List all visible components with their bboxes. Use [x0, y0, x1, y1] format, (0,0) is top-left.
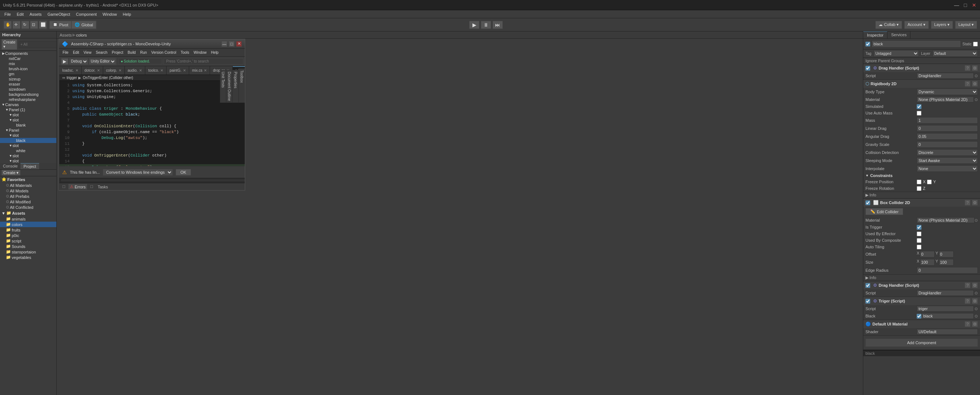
freeze-pos-x-checkbox[interactable] — [917, 179, 921, 184]
md-menu-view[interactable]: View — [81, 50, 94, 55]
boxcollider2d-enabled-checkbox[interactable] — [865, 200, 870, 205]
layers-dropdown[interactable]: Layers ▾ — [931, 21, 953, 29]
minimize-button[interactable]: — — [954, 2, 959, 8]
rb2d-help-icon[interactable]: ? — [965, 81, 970, 87]
freeze-rot-z-checkbox[interactable] — [917, 186, 921, 191]
body-type-select[interactable]: Dynamic — [917, 89, 978, 95]
help-icon[interactable]: ? — [965, 65, 970, 71]
tree-item[interactable]: brush-icon — [0, 66, 56, 71]
favorites-all-prefabs[interactable]: ⊙ All Prefabs — [0, 194, 56, 199]
size-x-input[interactable] — [920, 259, 935, 265]
md-tab-audio[interactable]: audio.✕ — [125, 66, 145, 75]
constraints-header[interactable]: ▼ Constraints — [863, 173, 980, 178]
md-platform-select[interactable]: Unity Editor — [89, 58, 116, 65]
breadcrumb-file[interactable]: ⇔ — [62, 76, 65, 80]
favorites-all-materials[interactable]: ⊙ All Materials — [0, 182, 56, 188]
close-icon[interactable]: ✕ — [204, 68, 207, 72]
tree-item[interactable]: white — [0, 148, 56, 153]
move-tool-button[interactable]: ✛ — [13, 21, 21, 29]
dh2-help-icon[interactable]: ? — [965, 282, 970, 288]
menu-window[interactable]: Window — [100, 11, 120, 17]
tag-select[interactable]: Untagged — [873, 50, 919, 57]
tree-item[interactable]: sizeup — [0, 76, 56, 82]
size-y-input[interactable] — [939, 259, 954, 265]
tree-item[interactable]: ▶Components — [0, 51, 56, 56]
md-tab-paintg[interactable]: paintG.✕ — [167, 66, 189, 75]
dh2-script-target-icon[interactable]: ⊙ — [975, 291, 978, 295]
scale-tool-button[interactable]: ⊡ — [30, 21, 38, 29]
rigidbody2d-header[interactable]: ⬡ Rigidbody 2D ? ⚙ — [863, 80, 980, 88]
md-menu-window[interactable]: Window — [191, 50, 209, 55]
static-checkbox[interactable] — [973, 42, 978, 46]
rb2d-settings-icon[interactable]: ⚙ — [972, 81, 978, 87]
md-menu-edit[interactable]: Edit — [71, 50, 81, 55]
favorites-header[interactable]: ⭐ Favorites — [0, 176, 56, 182]
md-menu-build[interactable]: Build — [126, 50, 138, 55]
offset-x-input[interactable] — [920, 251, 935, 257]
collab-button[interactable]: ☁ Collab ▾ — [875, 21, 902, 29]
triger-help-icon[interactable]: ? — [965, 298, 970, 304]
tree-item[interactable]: ▼slot — [0, 153, 56, 159]
tree-item[interactable]: ▼slot — [0, 159, 56, 163]
close-icon[interactable]: ✕ — [97, 68, 100, 72]
add-component-button[interactable]: Add Component — [865, 339, 978, 347]
auto-tiling-checkbox[interactable] — [917, 245, 921, 249]
global-button[interactable]: 🌐 Global — [72, 21, 96, 29]
asset-fruits[interactable]: 📁 fruits — [0, 227, 56, 233]
errors-tab[interactable]: ⚠ Errors — [68, 184, 87, 189]
simulated-checkbox[interactable] — [917, 104, 921, 109]
project-tab[interactable]: Project — [21, 163, 39, 169]
md-menu-tools[interactable]: Tools — [178, 50, 191, 55]
default-ui-material-header[interactable]: 🔵 Default UI Material ? ⚙ — [863, 320, 980, 328]
gameobject-name-input[interactable] — [872, 40, 961, 48]
boxcollider2d-header[interactable]: ⬜ Box Collider 2D ? ⚙ — [863, 198, 980, 207]
bc2d-material-icon[interactable]: ⊙ — [975, 218, 978, 223]
menu-gameobject[interactable]: GameObject — [45, 11, 73, 17]
layout-dropdown[interactable]: Layout ▾ — [955, 21, 977, 29]
asset-p0ic[interactable]: 📁 p0ic — [0, 233, 56, 238]
pause-button[interactable]: ⏸ — [481, 21, 491, 29]
triger-settings-icon[interactable]: ⚙ — [972, 298, 978, 304]
md-tab-colorp[interactable]: colorp.✕ — [103, 66, 125, 75]
assets-header[interactable]: ▼ 📁 Assets — [0, 210, 56, 216]
menu-assets[interactable]: Assets — [27, 11, 45, 17]
hierarchy-create-button[interactable]: Create ▾ — [2, 39, 17, 50]
script-target-icon[interactable]: ⊙ — [975, 73, 978, 78]
angular-drag-input[interactable] — [917, 133, 978, 140]
asset-stansportaion[interactable]: 📁 stansportaion — [0, 249, 56, 255]
md-close-button[interactable]: ✕ — [236, 41, 242, 47]
mass-input[interactable] — [917, 117, 978, 124]
freeze-pos-y-checkbox[interactable] — [927, 179, 932, 184]
md-run-button[interactable]: ▶ — [61, 58, 68, 65]
asset-animals[interactable]: 📁 animals — [0, 216, 56, 222]
tree-item-black[interactable]: black — [0, 138, 56, 143]
md-tab-dotcor[interactable]: dotcor.✕ — [82, 66, 103, 75]
tree-item[interactable]: ▼Panel (1) — [0, 107, 56, 112]
used-by-composite-checkbox[interactable] — [917, 238, 921, 243]
info-section-2[interactable]: ▶ Info — [863, 274, 980, 281]
layer-select[interactable]: Default — [932, 50, 978, 57]
md-hscrollbar[interactable]: ▶ — [59, 178, 245, 183]
hierarchy-search-input[interactable] — [19, 41, 56, 48]
project-create-button[interactable]: Create ▾ — [2, 170, 21, 176]
maximize-button[interactable]: □ — [963, 2, 968, 8]
tree-item[interactable]: eraser — [0, 82, 56, 87]
ok-button[interactable]: OK — [176, 169, 191, 176]
triger-black-target-icon[interactable]: ⊙ — [975, 314, 978, 319]
pivot-button[interactable]: 🔲 Pivot — [49, 21, 72, 29]
triger-header[interactable]: ⚙ Triger (Script) ? ⚙ — [863, 297, 980, 305]
dh2-settings-icon[interactable]: ⚙ — [972, 282, 978, 288]
rotate-tool-button[interactable]: ↻ — [21, 21, 29, 29]
material-target-icon[interactable]: ⊙ — [975, 97, 978, 102]
mat-settings-icon[interactable]: ⚙ — [972, 321, 978, 327]
tree-item[interactable]: gm — [0, 71, 56, 76]
md-minimize-button[interactable]: — — [221, 41, 227, 47]
drag-handler-header-2[interactable]: ⚙ Drag Handler (Script) ? ⚙ — [863, 281, 980, 289]
drag-handler-enabled-checkbox[interactable] — [865, 66, 870, 71]
triger-script-target-icon[interactable]: ⊙ — [975, 306, 978, 311]
favorites-all-models[interactable]: ⊙ All Models — [0, 188, 56, 194]
tree-item[interactable]: ▼Panel — [0, 128, 56, 133]
account-dropdown[interactable]: Account ▾ — [904, 21, 929, 29]
collision-detection-select[interactable]: Discrete — [917, 149, 978, 156]
close-icon[interactable]: ✕ — [119, 68, 121, 72]
